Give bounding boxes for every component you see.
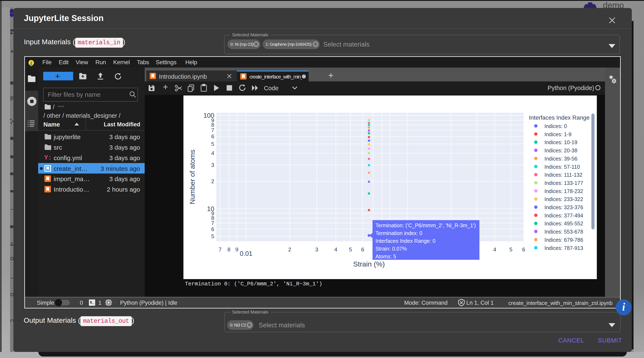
svg-text:Termination: ('C_P6/mmm_2', 'N: Termination: ('C_P6/mmm_2', 'Ni_R-3m_1') [376, 222, 476, 228]
svg-text:Atoms: 5: Atoms: 5 [376, 253, 396, 259]
svg-text:2: 2 [211, 178, 214, 184]
svg-text:Indices: 10-19: Indices: 10-19 [544, 139, 577, 145]
svg-text:Indices: 0: Indices: 0 [544, 123, 567, 129]
svg-text:Interfaces Index Range: 0: Interfaces Index Range: 0 [376, 238, 436, 244]
svg-text:7: 7 [211, 220, 214, 226]
svg-text:Indices: 233-322: Indices: 233-322 [544, 196, 583, 202]
svg-text:Indices: 377-494: Indices: 377-494 [544, 213, 583, 218]
svg-text:5: 5 [510, 246, 512, 253]
svg-text:6: 6 [522, 246, 525, 253]
svg-text:Indices: 20-38: Indices: 20-38 [544, 148, 577, 153]
svg-text:8: 8 [228, 246, 230, 253]
svg-text:Strain (%): Strain (%) [353, 260, 385, 268]
svg-text:Indices: 553-678: Indices: 553-678 [544, 229, 583, 235]
svg-text:Indices: 323-376: Indices: 323-376 [544, 204, 583, 210]
svg-text:3: 3 [315, 246, 318, 253]
svg-text:Indices: 57-110: Indices: 57-110 [544, 164, 580, 170]
svg-text:7: 7 [219, 246, 222, 253]
svg-text:Indices: 1-9: Indices: 1-9 [544, 131, 572, 137]
svg-text:4: 4 [334, 246, 337, 253]
svg-text:6: 6 [211, 226, 214, 232]
svg-text:Indices: 679-786: Indices: 679-786 [544, 237, 583, 243]
svg-text:Indices: 178-232: Indices: 178-232 [544, 188, 583, 194]
svg-text:4: 4 [493, 246, 496, 253]
svg-text:0.01: 0.01 [240, 250, 252, 257]
svg-text:Indices: 111-132: Indices: 111-132 [544, 172, 582, 178]
svg-text:4: 4 [211, 150, 214, 156]
svg-text:5: 5 [211, 141, 214, 147]
svg-text:Indices: 495-552: Indices: 495-552 [544, 221, 583, 226]
svg-text:Indices: 787-913: Indices: 787-913 [544, 245, 583, 251]
svg-text:2: 2 [288, 246, 291, 253]
svg-text:Indices: 133-177: Indices: 133-177 [544, 180, 583, 186]
svg-text:Interfaces Index Range: Interfaces Index Range [529, 114, 590, 121]
svg-text:Strain: 0.07%: Strain: 0.07% [376, 246, 407, 252]
svg-text:6: 6 [211, 133, 214, 140]
svg-text:9: 9 [236, 246, 238, 253]
svg-text:Number of atoms: Number of atoms [188, 150, 196, 204]
svg-text:6: 6 [361, 246, 364, 253]
svg-text:5: 5 [349, 246, 352, 253]
svg-text:Indices: 39-56: Indices: 39-56 [544, 156, 577, 162]
svg-text:5: 5 [211, 233, 214, 239]
svg-text:7: 7 [211, 127, 214, 133]
svg-text:Termination index: 0: Termination index: 0 [376, 230, 422, 236]
svg-text:3: 3 [211, 162, 214, 168]
